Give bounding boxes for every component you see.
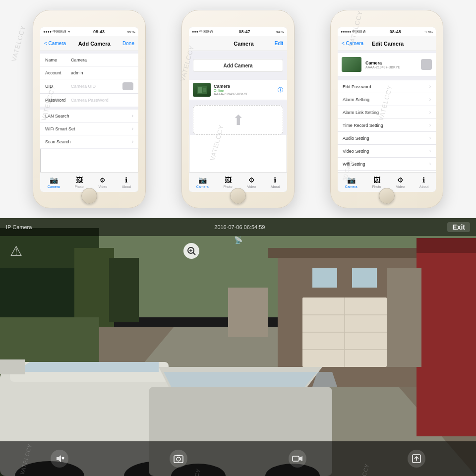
camera-datetime: 2016-07-06 06:54:59	[214, 224, 265, 230]
phone3-tab-video[interactable]: ⚙ Video	[396, 176, 405, 188]
p2-photo-label: Photo	[223, 185, 232, 188]
phone2-signal: ●●● 中国联通	[192, 29, 213, 34]
phone1-battery: 95%▪	[127, 30, 135, 34]
phone3-edit-password[interactable]: Edit Password ›	[338, 80, 436, 93]
svg-rect-20	[387, 268, 421, 367]
camera-exit-btn[interactable]: Exit	[447, 222, 470, 232]
camera-name: Camera	[214, 84, 275, 89]
phone1-scan-row[interactable]: Scan Search ›	[40, 135, 138, 148]
camera-live-view: IP Camera 2016-07-06 06:54:59 Exit ⚠ 📡	[0, 218, 476, 476]
phone1-tab-photo[interactable]: 🖼 Photo	[74, 176, 83, 188]
share-button[interactable]	[408, 450, 425, 468]
phone1-back-btn[interactable]: < Camera	[44, 41, 66, 46]
p2-video-icon: ⚙	[248, 176, 255, 184]
photo-tab-label: Photo	[74, 185, 83, 188]
phone1-title: Add Camera	[78, 41, 111, 47]
phone3-signal: ●●●●● 中国联通	[341, 29, 366, 34]
phone1-form: Name Camera Account admin UID Camera UID…	[40, 54, 138, 107]
phone1-name-value: Camera	[71, 58, 133, 62]
phone1-uid-label: UID	[45, 84, 71, 89]
phone1-tab-camera[interactable]: 📷 Camera	[48, 176, 60, 188]
phone1-status-bar: ●●●● 中国联通 ▼ 08:43 95%▪	[40, 27, 138, 36]
svg-point-43	[177, 457, 180, 461]
phone1-tab-video[interactable]: ⚙ Video	[98, 177, 107, 188]
camera-tab-icon: 📷	[50, 176, 58, 184]
about-tab-icon: ℹ	[125, 176, 127, 184]
phone1-lan-row[interactable]: LAN Search ›	[40, 110, 138, 122]
svg-rect-23	[228, 288, 268, 337]
warning-icon: ⚠	[10, 243, 22, 259]
svg-line-37	[193, 252, 195, 255]
phone3-cam-arrow	[421, 59, 432, 70]
phone3-tab-about[interactable]: ℹ About	[419, 176, 428, 188]
phone2-battery: 94%▪	[276, 30, 284, 34]
phone1-home-btn[interactable]	[81, 188, 97, 204]
phone1-pw-row[interactable]: PassWord Camera PassWord	[40, 94, 138, 107]
photo-tab-icon: 🖼	[76, 176, 83, 184]
snapshot-button[interactable]	[170, 450, 187, 468]
phone1-pw-label: PassWord	[45, 98, 71, 103]
phone3-alarm-link[interactable]: Alarm Link Setting ›	[338, 106, 436, 119]
p3-photo-icon: 🖼	[373, 176, 380, 184]
phone2-tab-photo[interactable]: 🖼 Photo	[223, 176, 232, 188]
record-icon	[289, 450, 306, 468]
phone3-alarm-setting[interactable]: Alarm Setting ›	[338, 93, 436, 106]
phone3-audio[interactable]: Audio Setting ›	[338, 132, 436, 145]
phone3-back-btn[interactable]: < Camera	[342, 41, 363, 46]
phone3-screen: ●●●●● 中国联通 08:48 93%▪ < Camera Edit Came…	[338, 27, 436, 192]
phone1-screen: ●●●● 中国联通 ▼ 08:43 95%▪ < Camera Add Came…	[40, 27, 138, 192]
phone1-done-btn[interactable]: Done	[122, 41, 134, 46]
phone3-title: Edit Camera	[372, 41, 404, 47]
svg-rect-1	[198, 87, 202, 93]
phone3-time: 08:48	[390, 29, 401, 34]
p2-photo-icon: 🖼	[225, 176, 232, 184]
mute-button[interactable]	[51, 450, 68, 468]
video-tab-label: Video	[98, 185, 107, 188]
phone1-tab-about[interactable]: ℹ About	[122, 176, 131, 188]
phone1-wifi-row[interactable]: WiFi Smart Set ›	[40, 122, 138, 135]
phone1-uid-row[interactable]: UID Camera UID	[40, 79, 138, 94]
phone1-name-row: Name Camera	[40, 54, 138, 66]
phone3-cam-name: Camera	[365, 60, 417, 65]
phone1-uid-btn[interactable]	[122, 82, 133, 90]
phone1-scan-chevron: ›	[132, 139, 133, 144]
phone2-tab-camera[interactable]: 📷 Camera	[196, 176, 209, 188]
phone3-video[interactable]: Video Setting ›	[338, 145, 436, 158]
phone-camera-list: ●●● 中国联通 08:47 94%▪ Camera Edit Add Came…	[181, 10, 295, 208]
alarm-label: Alarm Setting	[343, 97, 369, 102]
alarm-link-chevron: ›	[429, 110, 431, 115]
phone3-edit-section: Edit Password › Alarm Setting › Alarm Li…	[338, 80, 436, 183]
video-label: Video Setting	[343, 149, 369, 154]
phone1-account-value: admin	[71, 70, 133, 75]
camera-tab-label: Camera	[48, 185, 60, 188]
phone2-tab-video[interactable]: ⚙ Video	[247, 176, 256, 188]
phone3-tab-photo[interactable]: 🖼 Photo	[372, 176, 381, 188]
phone2-camera-item[interactable]: Camera Online AAAA-219497-BBKYE ⓘ	[189, 80, 287, 100]
add-camera-button[interactable]: Add Camera	[193, 59, 283, 72]
phone2-time: 08:47	[239, 29, 250, 34]
phone2-screen: ●●● 中国联通 08:47 94%▪ Camera Edit Add Came…	[189, 27, 287, 192]
zoom-icon[interactable]	[183, 243, 199, 259]
phone2-home-btn[interactable]	[230, 188, 246, 204]
phone3-battery: 93%▪	[425, 30, 433, 34]
phone1-wifi-label: WiFi Smart Set	[45, 126, 75, 131]
camera-info-icon[interactable]: ⓘ	[278, 86, 283, 94]
phone2-tab-about[interactable]: ℹ About	[271, 176, 280, 188]
share-icon	[408, 450, 425, 468]
svg-rect-45	[293, 456, 299, 461]
camera-top-bar: IP Camera 2016-07-06 06:54:59 Exit	[0, 218, 476, 236]
camera-bottom-bar	[0, 441, 476, 476]
svg-marker-12	[268, 248, 426, 258]
phone3-home-btn[interactable]	[379, 188, 395, 204]
phone2-edit-btn[interactable]: Edit	[275, 41, 283, 46]
p2-about-label: About	[271, 185, 280, 188]
phone3-time-record[interactable]: Time Record Setting ›	[338, 119, 436, 132]
record-button[interactable]	[289, 450, 306, 468]
alarm-link-label: Alarm Link Setting	[343, 110, 379, 115]
phone1-scan-label: Scan Search	[45, 139, 71, 144]
phone3-cam-thumb	[342, 57, 361, 72]
phone1-nav-section: LAN Search › WiFi Smart Set › Scan Searc…	[40, 110, 138, 148]
camera-thumb-image	[193, 83, 211, 97]
svg-rect-27	[0, 359, 25, 374]
camera-status: Online	[214, 89, 275, 92]
